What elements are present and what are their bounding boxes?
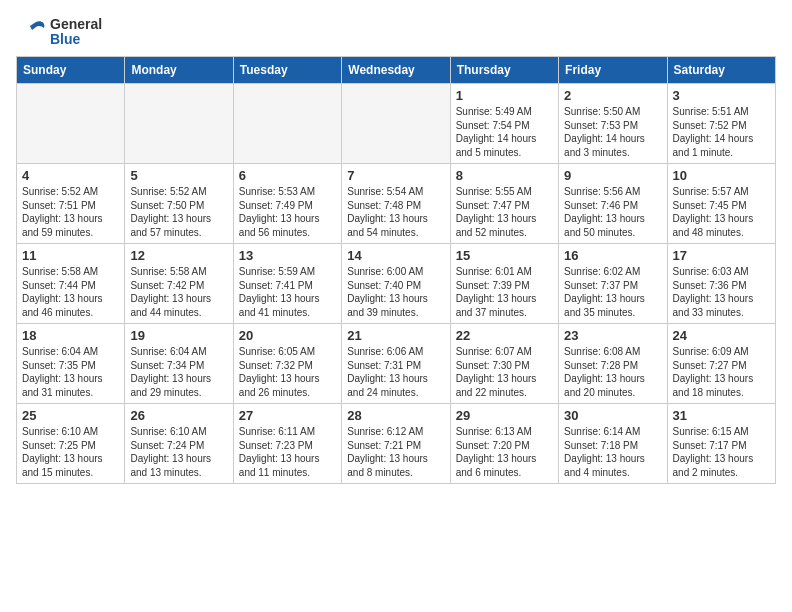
day-info: Sunrise: 5:54 AMSunset: 7:48 PMDaylight:… bbox=[347, 185, 444, 239]
day-number: 5 bbox=[130, 168, 227, 183]
day-number: 20 bbox=[239, 328, 336, 343]
day-info: Sunrise: 5:52 AMSunset: 7:51 PMDaylight:… bbox=[22, 185, 119, 239]
day-info: Sunrise: 6:04 AMSunset: 7:34 PMDaylight:… bbox=[130, 345, 227, 399]
day-number: 12 bbox=[130, 248, 227, 263]
day-number: 17 bbox=[673, 248, 770, 263]
day-info: Sunrise: 6:14 AMSunset: 7:18 PMDaylight:… bbox=[564, 425, 661, 479]
day-number: 10 bbox=[673, 168, 770, 183]
day-number: 11 bbox=[22, 248, 119, 263]
day-number: 31 bbox=[673, 408, 770, 423]
calendar-cell: 18Sunrise: 6:04 AMSunset: 7:35 PMDayligh… bbox=[17, 324, 125, 404]
day-number: 22 bbox=[456, 328, 553, 343]
logo-bird-icon bbox=[16, 16, 48, 48]
calendar-cell: 21Sunrise: 6:06 AMSunset: 7:31 PMDayligh… bbox=[342, 324, 450, 404]
day-info: Sunrise: 6:13 AMSunset: 7:20 PMDaylight:… bbox=[456, 425, 553, 479]
day-info: Sunrise: 5:53 AMSunset: 7:49 PMDaylight:… bbox=[239, 185, 336, 239]
calendar-cell: 19Sunrise: 6:04 AMSunset: 7:34 PMDayligh… bbox=[125, 324, 233, 404]
calendar-cell: 29Sunrise: 6:13 AMSunset: 7:20 PMDayligh… bbox=[450, 404, 558, 484]
day-number: 29 bbox=[456, 408, 553, 423]
day-number: 24 bbox=[673, 328, 770, 343]
calendar-cell: 30Sunrise: 6:14 AMSunset: 7:18 PMDayligh… bbox=[559, 404, 667, 484]
day-number: 30 bbox=[564, 408, 661, 423]
day-info: Sunrise: 5:55 AMSunset: 7:47 PMDaylight:… bbox=[456, 185, 553, 239]
day-number: 15 bbox=[456, 248, 553, 263]
logo: General Blue bbox=[16, 16, 102, 48]
calendar-cell bbox=[233, 84, 341, 164]
calendar-cell: 6Sunrise: 5:53 AMSunset: 7:49 PMDaylight… bbox=[233, 164, 341, 244]
calendar-cell: 8Sunrise: 5:55 AMSunset: 7:47 PMDaylight… bbox=[450, 164, 558, 244]
calendar-cell: 3Sunrise: 5:51 AMSunset: 7:52 PMDaylight… bbox=[667, 84, 775, 164]
calendar-week-row: 4Sunrise: 5:52 AMSunset: 7:51 PMDaylight… bbox=[17, 164, 776, 244]
day-number: 4 bbox=[22, 168, 119, 183]
day-number: 23 bbox=[564, 328, 661, 343]
day-info: Sunrise: 5:52 AMSunset: 7:50 PMDaylight:… bbox=[130, 185, 227, 239]
day-number: 13 bbox=[239, 248, 336, 263]
calendar-cell: 11Sunrise: 5:58 AMSunset: 7:44 PMDayligh… bbox=[17, 244, 125, 324]
calendar-cell: 4Sunrise: 5:52 AMSunset: 7:51 PMDaylight… bbox=[17, 164, 125, 244]
calendar-cell: 17Sunrise: 6:03 AMSunset: 7:36 PMDayligh… bbox=[667, 244, 775, 324]
calendar-cell bbox=[342, 84, 450, 164]
calendar-cell: 20Sunrise: 6:05 AMSunset: 7:32 PMDayligh… bbox=[233, 324, 341, 404]
day-info: Sunrise: 6:05 AMSunset: 7:32 PMDaylight:… bbox=[239, 345, 336, 399]
day-number: 9 bbox=[564, 168, 661, 183]
weekday-header-wednesday: Wednesday bbox=[342, 57, 450, 84]
calendar-cell: 28Sunrise: 6:12 AMSunset: 7:21 PMDayligh… bbox=[342, 404, 450, 484]
calendar-cell: 1Sunrise: 5:49 AMSunset: 7:54 PMDaylight… bbox=[450, 84, 558, 164]
weekday-header-tuesday: Tuesday bbox=[233, 57, 341, 84]
weekday-header-monday: Monday bbox=[125, 57, 233, 84]
day-info: Sunrise: 6:09 AMSunset: 7:27 PMDaylight:… bbox=[673, 345, 770, 399]
logo-text-blue: Blue bbox=[50, 32, 102, 47]
calendar-cell bbox=[17, 84, 125, 164]
day-info: Sunrise: 5:51 AMSunset: 7:52 PMDaylight:… bbox=[673, 105, 770, 159]
calendar-cell bbox=[125, 84, 233, 164]
day-number: 7 bbox=[347, 168, 444, 183]
day-number: 28 bbox=[347, 408, 444, 423]
calendar-cell: 23Sunrise: 6:08 AMSunset: 7:28 PMDayligh… bbox=[559, 324, 667, 404]
day-number: 14 bbox=[347, 248, 444, 263]
day-number: 26 bbox=[130, 408, 227, 423]
day-number: 8 bbox=[456, 168, 553, 183]
day-number: 3 bbox=[673, 88, 770, 103]
calendar-cell: 26Sunrise: 6:10 AMSunset: 7:24 PMDayligh… bbox=[125, 404, 233, 484]
day-info: Sunrise: 5:58 AMSunset: 7:44 PMDaylight:… bbox=[22, 265, 119, 319]
day-info: Sunrise: 6:10 AMSunset: 7:25 PMDaylight:… bbox=[22, 425, 119, 479]
day-number: 19 bbox=[130, 328, 227, 343]
day-info: Sunrise: 5:50 AMSunset: 7:53 PMDaylight:… bbox=[564, 105, 661, 159]
day-number: 16 bbox=[564, 248, 661, 263]
calendar-cell: 10Sunrise: 5:57 AMSunset: 7:45 PMDayligh… bbox=[667, 164, 775, 244]
logo-text-general: General bbox=[50, 17, 102, 32]
day-number: 18 bbox=[22, 328, 119, 343]
day-info: Sunrise: 6:00 AMSunset: 7:40 PMDaylight:… bbox=[347, 265, 444, 319]
logo-container: General Blue bbox=[16, 16, 102, 48]
day-info: Sunrise: 6:06 AMSunset: 7:31 PMDaylight:… bbox=[347, 345, 444, 399]
calendar-week-row: 1Sunrise: 5:49 AMSunset: 7:54 PMDaylight… bbox=[17, 84, 776, 164]
calendar-cell: 9Sunrise: 5:56 AMSunset: 7:46 PMDaylight… bbox=[559, 164, 667, 244]
day-info: Sunrise: 6:02 AMSunset: 7:37 PMDaylight:… bbox=[564, 265, 661, 319]
day-info: Sunrise: 6:07 AMSunset: 7:30 PMDaylight:… bbox=[456, 345, 553, 399]
calendar-week-row: 11Sunrise: 5:58 AMSunset: 7:44 PMDayligh… bbox=[17, 244, 776, 324]
calendar-cell: 22Sunrise: 6:07 AMSunset: 7:30 PMDayligh… bbox=[450, 324, 558, 404]
calendar-cell: 27Sunrise: 6:11 AMSunset: 7:23 PMDayligh… bbox=[233, 404, 341, 484]
day-number: 1 bbox=[456, 88, 553, 103]
calendar-cell: 12Sunrise: 5:58 AMSunset: 7:42 PMDayligh… bbox=[125, 244, 233, 324]
page-header: General Blue bbox=[16, 16, 776, 48]
calendar-cell: 7Sunrise: 5:54 AMSunset: 7:48 PMDaylight… bbox=[342, 164, 450, 244]
day-info: Sunrise: 5:58 AMSunset: 7:42 PMDaylight:… bbox=[130, 265, 227, 319]
calendar-cell: 13Sunrise: 5:59 AMSunset: 7:41 PMDayligh… bbox=[233, 244, 341, 324]
calendar-table: SundayMondayTuesdayWednesdayThursdayFrid… bbox=[16, 56, 776, 484]
day-info: Sunrise: 6:04 AMSunset: 7:35 PMDaylight:… bbox=[22, 345, 119, 399]
day-number: 25 bbox=[22, 408, 119, 423]
day-number: 6 bbox=[239, 168, 336, 183]
calendar-cell: 31Sunrise: 6:15 AMSunset: 7:17 PMDayligh… bbox=[667, 404, 775, 484]
day-info: Sunrise: 6:03 AMSunset: 7:36 PMDaylight:… bbox=[673, 265, 770, 319]
calendar-week-row: 18Sunrise: 6:04 AMSunset: 7:35 PMDayligh… bbox=[17, 324, 776, 404]
day-info: Sunrise: 5:59 AMSunset: 7:41 PMDaylight:… bbox=[239, 265, 336, 319]
day-number: 2 bbox=[564, 88, 661, 103]
calendar-cell: 5Sunrise: 5:52 AMSunset: 7:50 PMDaylight… bbox=[125, 164, 233, 244]
calendar-cell: 24Sunrise: 6:09 AMSunset: 7:27 PMDayligh… bbox=[667, 324, 775, 404]
day-number: 27 bbox=[239, 408, 336, 423]
day-info: Sunrise: 6:01 AMSunset: 7:39 PMDaylight:… bbox=[456, 265, 553, 319]
day-info: Sunrise: 6:10 AMSunset: 7:24 PMDaylight:… bbox=[130, 425, 227, 479]
day-number: 21 bbox=[347, 328, 444, 343]
weekday-header-thursday: Thursday bbox=[450, 57, 558, 84]
